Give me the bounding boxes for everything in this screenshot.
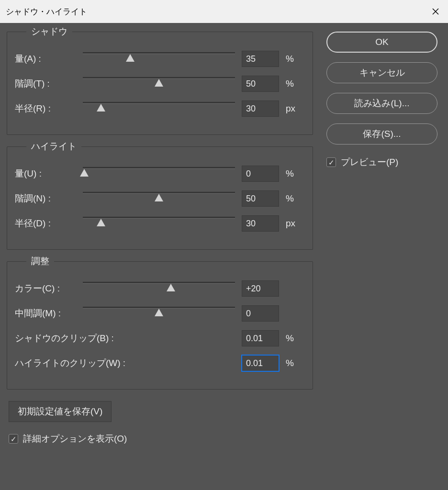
unit-shadow-clip: % — [286, 333, 303, 344]
show-more-label: 詳細オプションを表示(O) — [23, 433, 127, 445]
dialog-title: シャドウ・ハイライト — [6, 6, 87, 17]
group-highlight-title: ハイライト — [26, 140, 81, 153]
row-shadow-clip: シャドウのクリップ(B) : 0.01 % — [15, 326, 303, 351]
unit-highlight-radius: px — [286, 218, 303, 229]
close-icon — [432, 8, 439, 15]
input-shadow-tone[interactable]: 50 — [242, 76, 279, 92]
row-highlight-radius: 半径(D) : 30 px — [15, 211, 303, 236]
input-highlight-clip[interactable]: 0.01 — [242, 355, 279, 371]
label-adjust-midtone: 中間調(M) : — [15, 307, 76, 320]
slider-highlight-radius[interactable] — [83, 214, 235, 233]
row-shadow-amount: 量(A) : 35 % — [15, 46, 303, 71]
input-shadow-amount[interactable]: 35 — [242, 51, 279, 67]
slider-adjust-midtone[interactable] — [83, 304, 235, 323]
input-adjust-midtone[interactable]: 0 — [242, 305, 279, 322]
group-adjust: 調整 カラー(C) : +20 中間調(M) : 0 — [7, 261, 313, 390]
show-more-row: 詳細オプションを表示(O) — [9, 433, 313, 445]
close-button[interactable] — [423, 0, 448, 23]
group-highlight: ハイライト 量(U) : 0 % 階調(N) : 50 % — [7, 146, 313, 250]
load-button[interactable]: 読み込み(L)... — [326, 93, 437, 114]
row-shadow-radius: 半径(R) : 30 px — [15, 96, 303, 121]
label-highlight-radius: 半径(D) : — [15, 217, 76, 230]
titlebar: シャドウ・ハイライト — [0, 0, 448, 23]
preview-label: プレビュー(P) — [341, 156, 398, 168]
slider-shadow-tone[interactable] — [83, 74, 235, 93]
cancel-button[interactable]: キャンセル — [326, 62, 437, 83]
ok-button[interactable]: OK — [326, 32, 437, 53]
show-more-checkbox[interactable] — [9, 434, 18, 444]
unit-highlight-tone: % — [286, 193, 303, 204]
row-highlight-clip: ハイライトのクリップ(W) : 0.01 % — [15, 351, 303, 376]
input-highlight-amount[interactable]: 0 — [242, 166, 279, 182]
label-shadow-tone: 階調(T) : — [15, 78, 76, 90]
slider-adjust-color[interactable] — [83, 279, 235, 298]
slider-shadow-radius[interactable] — [83, 99, 235, 118]
row-shadow-tone: 階調(T) : 50 % — [15, 71, 303, 96]
input-adjust-color[interactable]: +20 — [242, 280, 279, 297]
slider-highlight-tone[interactable] — [83, 189, 235, 208]
preview-row: プレビュー(P) — [326, 156, 437, 168]
preview-checkbox[interactable] — [326, 157, 336, 167]
slider-highlight-amount[interactable] — [83, 164, 235, 183]
row-highlight-tone: 階調(N) : 50 % — [15, 186, 303, 211]
row-adjust-color: カラー(C) : +20 — [15, 276, 303, 301]
unit-shadow-tone: % — [286, 78, 303, 89]
input-highlight-tone[interactable]: 50 — [242, 190, 279, 207]
input-shadow-clip[interactable]: 0.01 — [242, 330, 279, 346]
label-highlight-tone: 階調(N) : — [15, 192, 76, 205]
group-adjust-title: 調整 — [26, 255, 54, 267]
unit-highlight-amount: % — [286, 168, 303, 179]
row-highlight-amount: 量(U) : 0 % — [15, 161, 303, 186]
slider-shadow-amount[interactable] — [83, 49, 235, 68]
group-shadow-title: シャドウ — [26, 25, 72, 38]
save-defaults-button[interactable]: 初期設定値を保存(V) — [9, 401, 112, 422]
label-highlight-amount: 量(U) : — [15, 167, 76, 180]
label-shadow-radius: 半径(R) : — [15, 102, 76, 115]
label-adjust-color: カラー(C) : — [15, 282, 76, 295]
label-shadow-clip: シャドウのクリップ(B) : — [15, 332, 139, 345]
unit-shadow-amount: % — [286, 54, 303, 64]
group-shadow: シャドウ 量(A) : 35 % 階調(T) : 50 % — [7, 32, 313, 135]
unit-shadow-radius: px — [286, 103, 303, 114]
input-shadow-radius[interactable]: 30 — [242, 100, 279, 117]
input-highlight-radius[interactable]: 30 — [242, 215, 279, 232]
save-button[interactable]: 保存(S)... — [326, 123, 437, 145]
label-shadow-amount: 量(A) : — [15, 53, 76, 65]
unit-highlight-clip: % — [286, 358, 303, 368]
row-adjust-midtone: 中間調(M) : 0 — [15, 301, 303, 326]
label-highlight-clip: ハイライトのクリップ(W) : — [15, 357, 139, 369]
